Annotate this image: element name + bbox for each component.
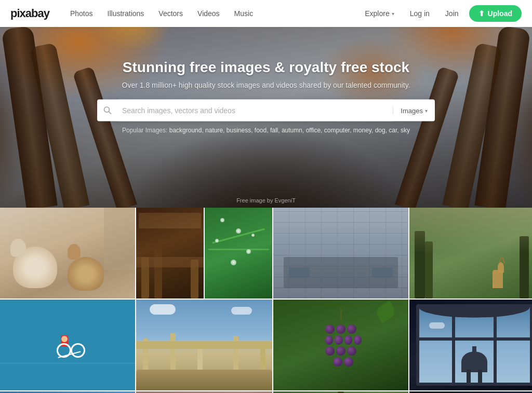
navbar: pixabay Photos Illustrations Vectors Vid… [0,0,532,27]
search-type-dropdown[interactable]: Images ▾ [393,106,435,114]
tag-car[interactable]: car, [389,127,398,134]
nav-links: Photos Illustrations Vectors Videos Musi… [64,6,360,21]
explore-button[interactable]: Explore ▾ [360,6,399,21]
image-deer[interactable] [409,208,532,299]
hero-subtitle: Over 1.8 million+ high quality stock ima… [97,81,435,89]
site-logo[interactable]: pixabay [10,7,49,20]
search-icon [97,106,118,115]
upload-button[interactable]: ⬆ Upload [469,5,522,22]
tag-food[interactable]: food, [255,127,269,134]
image-industrial[interactable] [273,208,408,299]
nav-vectors[interactable]: Vectors [152,6,189,21]
upload-icon: ⬆ [478,9,485,18]
image-grid [0,208,532,393]
image-cats[interactable] [0,208,135,299]
login-button[interactable]: Log in [405,6,435,21]
image-grid-wrapper [0,208,532,393]
search-bar: Images ▾ [97,100,435,121]
nav-illustrations[interactable]: Illustrations [101,6,151,21]
nav-photos[interactable]: Photos [64,6,99,21]
tag-dog[interactable]: dog, [375,127,387,134]
image-acropolis[interactable] [136,300,272,390]
hero-title: Stunning free images & royalty free stoc… [97,59,435,76]
tag-computer[interactable]: computer, [324,127,352,134]
chevron-down-icon: ▾ [392,11,394,17]
hero-section: Stunning free images & royalty free stoc… [0,0,532,208]
image-cafe[interactable] [136,208,204,299]
tag-office[interactable]: office, [306,127,323,134]
nav-videos[interactable]: Videos [191,6,226,21]
join-button[interactable]: Join [440,6,464,21]
tag-business[interactable]: business, [227,127,253,134]
tag-money[interactable]: money, [353,127,373,134]
hero-credit: Free image by EvgeniT [236,197,296,204]
image-window-cathedral[interactable] [409,300,532,390]
image-grapes[interactable] [273,300,408,390]
search-input[interactable] [118,100,393,121]
svg-line-1 [109,112,111,114]
nav-right: Explore ▾ Log in Join ⬆ Upload [360,5,522,22]
nav-music[interactable]: Music [228,6,260,21]
popular-tags: Popular Images: background, nature, busi… [97,127,435,134]
image-cyclist[interactable] [0,300,135,390]
dropdown-chevron-icon: ▾ [425,107,428,113]
tag-background[interactable]: background, [169,127,204,134]
image-leaf[interactable] [205,208,272,299]
tag-sky[interactable]: sky [401,127,410,134]
tag-nature[interactable]: nature, [205,127,224,134]
tag-autumn[interactable]: autumn, [282,127,304,134]
hero-content: Stunning free images & royalty free stoc… [97,59,435,134]
tag-fall[interactable]: fall, [270,127,280,134]
